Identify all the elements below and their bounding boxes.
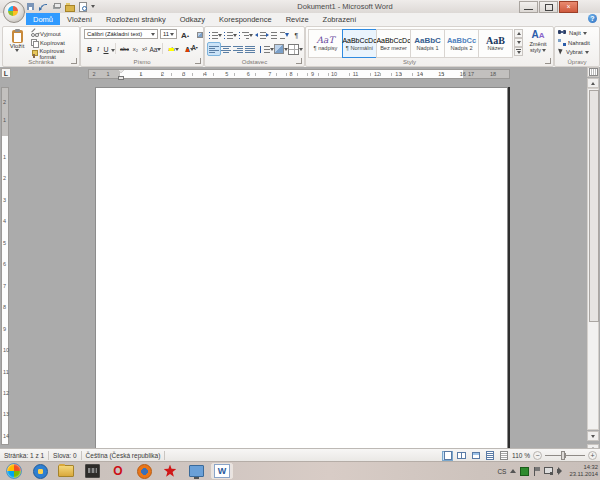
clock[interactable]: 14:32 23.11.2014 xyxy=(569,464,598,478)
indent-marker[interactable] xyxy=(117,70,124,80)
justify-button[interactable] xyxy=(243,42,257,56)
zoom-level[interactable]: 110 % xyxy=(512,452,530,459)
font-color-button[interactable]: A xyxy=(181,42,198,56)
highlight-button[interactable]: ab xyxy=(165,42,182,56)
page-indicator[interactable]: Stránka: 1 z 1 xyxy=(0,452,48,459)
network-icon[interactable] xyxy=(544,467,553,475)
word-count[interactable]: Slova: 0 xyxy=(49,452,81,459)
close-button[interactable]: × xyxy=(559,1,578,13)
style-preview: AaBbCc xyxy=(447,36,476,45)
vertical-scrollbar xyxy=(587,67,599,449)
copy-button[interactable]: Kopírovat xyxy=(31,39,65,47)
zoom-in-button[interactable]: + xyxy=(588,451,597,460)
scroll-down-icon[interactable] xyxy=(587,431,599,441)
zoom-out-button[interactable]: − xyxy=(533,451,542,460)
copy-label: Kopírovat xyxy=(40,40,65,46)
taskbar-opera[interactable]: O xyxy=(107,463,129,479)
paragraph-dialog-launcher-icon[interactable] xyxy=(296,58,302,64)
status-bar: Stránka: 1 z 1 Slova: 0 Čeština (Česká r… xyxy=(0,448,600,462)
taskbar-word-active[interactable]: W xyxy=(211,463,233,479)
minimize-button[interactable] xyxy=(519,1,538,13)
grow-font-button[interactable]: A▴ xyxy=(179,29,191,41)
tab-vlozeni[interactable]: Vložení xyxy=(60,13,99,25)
tab-stop-selector[interactable]: L xyxy=(1,68,11,78)
document-page[interactable] xyxy=(95,87,508,449)
increase-indent-button[interactable] xyxy=(265,29,278,42)
scroll-up-icon[interactable] xyxy=(587,78,599,88)
numbering-button[interactable] xyxy=(222,29,238,42)
tab-zobrazeni[interactable]: Zobrazení xyxy=(316,13,364,25)
replace-button[interactable]: Nahradit xyxy=(558,39,590,46)
view-web-layout-button[interactable] xyxy=(470,451,481,461)
ruler-number: 1 xyxy=(106,71,109,77)
tab-odkazy[interactable]: Odkazy xyxy=(173,13,212,25)
speaker-icon[interactable] xyxy=(557,467,565,475)
zoom-slider-thumb[interactable] xyxy=(561,451,565,460)
styles-scroll-up-icon[interactable] xyxy=(514,29,523,38)
taskbar-red-star-app[interactable] xyxy=(159,463,181,479)
group-font: Calibri (Základní text) 11 A▴ A▾ B I U a… xyxy=(80,26,204,67)
cut-button[interactable]: Vyjmout xyxy=(31,30,61,37)
tab-revize[interactable]: Revize xyxy=(279,13,316,25)
tab-korespondence[interactable]: Korespondence xyxy=(212,13,279,25)
borders-dropdown-icon xyxy=(299,48,303,51)
change-case-button[interactable]: Aa xyxy=(148,42,163,56)
help-icon[interactable]: ? xyxy=(588,14,597,23)
tray-hidden-icons[interactable] xyxy=(510,469,516,473)
style-item-bez-mezer[interactable]: AaBbCcDc Bez mezer xyxy=(376,29,411,58)
view-fullscreen-reading-button[interactable] xyxy=(456,451,467,461)
font-dialog-launcher-icon[interactable] xyxy=(195,58,201,64)
style-item-nadpisy[interactable]: AaT ¶ nadpisy xyxy=(308,29,343,58)
change-case-dropdown-icon xyxy=(157,48,161,51)
ruler-number: 3 xyxy=(182,71,185,77)
styles-dialog-launcher-icon[interactable] xyxy=(545,58,551,64)
align-right-icon xyxy=(233,45,243,54)
taskbar-file-explorer[interactable] xyxy=(55,463,77,479)
style-item-nazev[interactable]: AaB Název xyxy=(478,29,513,58)
view-print-layout-button[interactable] xyxy=(442,451,453,461)
scrollbar-thumb[interactable] xyxy=(589,90,599,322)
view-outline-button[interactable] xyxy=(484,451,495,461)
styles-more-icon[interactable] xyxy=(514,47,523,56)
view-draft-button[interactable] xyxy=(498,451,509,461)
style-item-nadpis1[interactable]: AaBbC Nadpis 1 xyxy=(410,29,445,58)
show-paragraph-marks-button[interactable]: ¶ xyxy=(290,29,303,42)
office-button[interactable] xyxy=(3,1,25,23)
bullets-button[interactable] xyxy=(207,29,223,42)
change-styles-button[interactable]: AA Změnit styly xyxy=(525,29,551,58)
tab-rozlozeni-stranky[interactable]: Rozložení stránky xyxy=(99,13,173,25)
firefox-icon xyxy=(137,464,152,479)
zoom-slider[interactable] xyxy=(545,451,585,460)
taskbar-remote-desktop[interactable] xyxy=(185,463,207,479)
align-center-icon xyxy=(221,45,231,54)
tab-domu[interactable]: Domů xyxy=(26,13,60,25)
maximize-button[interactable] xyxy=(539,1,558,13)
language-indicator[interactable]: Čeština (Česká republika) xyxy=(82,452,165,459)
taskbar-firefox[interactable] xyxy=(133,463,155,479)
start-button[interactable] xyxy=(3,463,25,479)
ruler-number: 2 xyxy=(92,71,95,77)
select-button[interactable]: Vybrat xyxy=(558,48,589,56)
group-styles: AaT ¶ nadpisy AaBbCcDc ¶ Normální AaBbCc… xyxy=(305,26,554,67)
style-item-normalni[interactable]: AaBbCcDc ¶ Normální xyxy=(342,29,377,58)
scrollbar-track[interactable] xyxy=(587,88,599,430)
font-name-combo[interactable]: Calibri (Základní text) xyxy=(84,29,158,39)
borders-button[interactable] xyxy=(287,42,304,56)
action-center-flag-icon[interactable] xyxy=(533,467,540,476)
tray-language[interactable]: CS xyxy=(497,468,506,475)
tray-green-app-icon[interactable] xyxy=(520,467,529,476)
separator xyxy=(164,451,165,460)
style-preview: AaBbC xyxy=(414,36,441,45)
multilevel-list-button[interactable] xyxy=(237,29,254,42)
styles-scroll-down-icon[interactable] xyxy=(514,38,523,47)
paste-button[interactable]: Vložit xyxy=(5,29,29,56)
ruler-toggle-button[interactable] xyxy=(587,67,599,77)
style-item-nadpis2[interactable]: AaBbCc Nadpis 2 xyxy=(444,29,479,58)
clipboard-dialog-launcher-icon[interactable] xyxy=(71,58,77,64)
taskbar-photo-viewer[interactable] xyxy=(81,463,103,479)
font-size-combo[interactable]: 11 xyxy=(160,29,177,39)
clear-formatting-button[interactable] xyxy=(196,29,204,41)
group-paragraph: ¶ Odstavec xyxy=(204,26,305,67)
taskbar-app-blue-circle[interactable] xyxy=(29,463,51,479)
find-button[interactable]: Najít xyxy=(558,30,587,36)
